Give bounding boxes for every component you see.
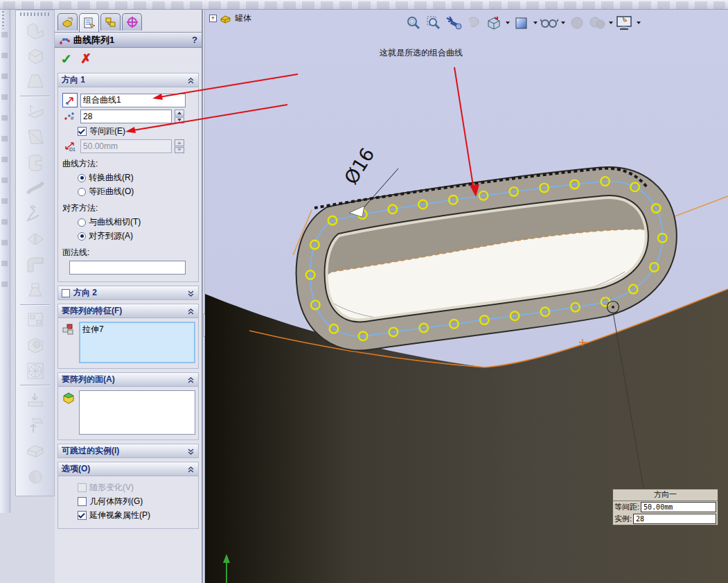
- face-normal-input[interactable]: [69, 261, 186, 275]
- expand-chevron-icon[interactable]: [187, 448, 195, 455]
- zoom-to-area-icon[interactable]: [425, 14, 443, 32]
- toolbar-grip[interactable]: [2, 11, 4, 29]
- confirm-row: ✓ ✗: [55, 48, 202, 69]
- chamfer-icon[interactable]: [21, 278, 49, 303]
- align-to-seed-radio[interactable]: [78, 232, 86, 241]
- instances-to-skip-label: 可跳过的实例(I): [62, 445, 119, 457]
- vary-sketch-label: 随形变化(V): [89, 482, 134, 494]
- dropdown-caret-icon[interactable]: [533, 21, 538, 24]
- transform-curve-radio[interactable]: [78, 174, 86, 182]
- offset-curve-radio[interactable]: [78, 188, 86, 196]
- instant3d-icon[interactable]: [21, 464, 49, 489]
- rotate-view-icon[interactable]: [465, 14, 483, 32]
- dropdown-caret-icon[interactable]: [609, 21, 613, 24]
- propagate-visual-label: 延伸视象属性(P): [89, 510, 150, 521]
- solidworks-window: { "property_manager": { "title": "曲线阵列1"…: [0, 0, 728, 583]
- revolve-cut-icon[interactable]: [21, 124, 49, 149]
- pattern-direction-button[interactable]: [62, 93, 78, 107]
- narrow-toolbar-icons[interactable]: [1, 32, 8, 288]
- features-to-pattern-listbox[interactable]: 拉伸7: [79, 322, 195, 363]
- collapse-chevron-icon[interactable]: [187, 466, 195, 473]
- direction-curve-input[interactable]: [80, 94, 186, 107]
- callout-instances-label: 实例:: [614, 514, 632, 524]
- feature-list-item[interactable]: 拉伸7: [82, 324, 192, 336]
- zoom-to-fit-icon[interactable]: [405, 14, 423, 32]
- options-group: 选项(O) 随形变化(V) 几何体阵列(G) 延伸视象属性(P): [57, 462, 199, 529]
- toolbar-grip[interactable]: [20, 12, 50, 16]
- geometry-pattern-checkbox[interactable]: [78, 497, 87, 506]
- revolve-boss-icon[interactable]: [21, 18, 49, 43]
- dropdown-caret-icon[interactable]: [506, 21, 510, 24]
- faces-to-pattern-group: 要阵列的面(A): [57, 372, 199, 440]
- help-button[interactable]: ?: [192, 35, 197, 45]
- property-manager-tab[interactable]: [79, 13, 99, 32]
- pattern-callout: 方向一 等间距: 50.00mm 实例: 28: [612, 489, 718, 525]
- toolbar-separator: [20, 304, 50, 306]
- collapse-chevron-icon[interactable]: [187, 308, 195, 315]
- extrude-boss-icon[interactable]: [21, 44, 49, 69]
- hide-show-items-icon[interactable]: [540, 14, 558, 32]
- instance-count-spinner[interactable]: [175, 110, 184, 123]
- instance-count-icon: #: [64, 111, 76, 121]
- configuration-manager-tab[interactable]: [100, 13, 121, 31]
- feature-manager-tab[interactable]: [57, 13, 78, 31]
- reference-geometry-icon[interactable]: [21, 413, 49, 438]
- circular-pattern-icon[interactable]: [21, 358, 49, 383]
- faces-to-pattern-header[interactable]: 要阵列的面(A): [58, 373, 198, 387]
- tree-expander[interactable]: +: [209, 15, 217, 22]
- display-style-icon[interactable]: [513, 14, 531, 32]
- mirror-icon[interactable]: [21, 227, 49, 252]
- sweep-icon[interactable]: [21, 175, 49, 200]
- tangent-to-curve-label: 与曲线相切(T): [89, 216, 141, 228]
- dome-icon[interactable]: [21, 201, 49, 226]
- dimxpert-tab[interactable]: [122, 13, 142, 31]
- cutoff-toolbar-icons: [3, 1, 725, 9]
- features-to-pattern-header[interactable]: 要阵列的特征(F): [58, 304, 198, 318]
- view-orientation-icon[interactable]: [485, 14, 503, 32]
- shadows-icon[interactable]: [568, 14, 586, 32]
- toolbar-separator: [20, 385, 50, 386]
- curves-icon[interactable]: [21, 439, 49, 464]
- tangent-to-curve-radio[interactable]: [78, 218, 86, 227]
- collapse-chevron-icon[interactable]: [187, 376, 195, 383]
- apply-scene-icon[interactable]: [588, 14, 606, 32]
- fillet-icon[interactable]: [21, 252, 49, 277]
- left-narrow-toolbar[interactable]: [0, 10, 10, 513]
- direction2-label: 方向 2: [73, 287, 97, 299]
- graphics-viewport[interactable]: Ø16 + 罐体: [205, 10, 728, 583]
- propagate-visual-checkbox[interactable]: [78, 511, 87, 520]
- loft-boss-icon[interactable]: [21, 69, 49, 94]
- instances-to-skip-group: 可跳过的实例(I): [57, 444, 199, 458]
- direction1-header[interactable]: 方向 1: [58, 73, 198, 87]
- direction2-header[interactable]: 方向 2: [58, 286, 198, 299]
- faces-to-pattern-listbox[interactable]: [79, 390, 195, 435]
- equal-spacing-checkbox[interactable]: [78, 127, 87, 136]
- collapse-chevron-icon[interactable]: [187, 77, 195, 84]
- direction2-checkbox[interactable]: [62, 289, 70, 297]
- face-normal-label: 面法线:: [62, 247, 194, 259]
- instances-to-skip-header[interactable]: 可跳过的实例(I): [58, 444, 198, 458]
- hole-wizard-icon[interactable]: [21, 333, 49, 358]
- face-icon: [62, 392, 76, 404]
- callout-instances-value[interactable]: 28: [633, 514, 716, 524]
- spacing-value-input[interactable]: [80, 139, 172, 153]
- spacing-spinner[interactable]: [175, 139, 184, 153]
- features-toolbar[interactable]: [15, 10, 55, 496]
- zoom-to-selection-icon[interactable]: [445, 14, 463, 32]
- callout-title: 方向一: [613, 489, 718, 501]
- part-name-label[interactable]: 罐体: [235, 12, 251, 24]
- callout-spacing-value[interactable]: 50.00mm: [641, 502, 716, 512]
- shell-icon[interactable]: [21, 150, 49, 175]
- expand-chevron-icon[interactable]: [187, 290, 195, 297]
- linear-pattern-icon[interactable]: [21, 307, 49, 332]
- insert-base-icon[interactable]: [21, 388, 49, 412]
- instance-count-input[interactable]: [80, 110, 172, 123]
- ok-button[interactable]: ✓: [60, 53, 72, 65]
- dropdown-caret-icon[interactable]: [561, 21, 565, 24]
- cancel-button[interactable]: ✗: [80, 53, 91, 65]
- extrude-cut-icon[interactable]: [21, 98, 49, 123]
- dropdown-caret-icon[interactable]: [637, 21, 641, 24]
- property-manager-panel: 曲线阵列1 ? ✓ ✗ 方向 1 #: [55, 10, 203, 583]
- fullscreen-icon[interactable]: [616, 14, 634, 32]
- options-header[interactable]: 选项(O): [58, 462, 198, 476]
